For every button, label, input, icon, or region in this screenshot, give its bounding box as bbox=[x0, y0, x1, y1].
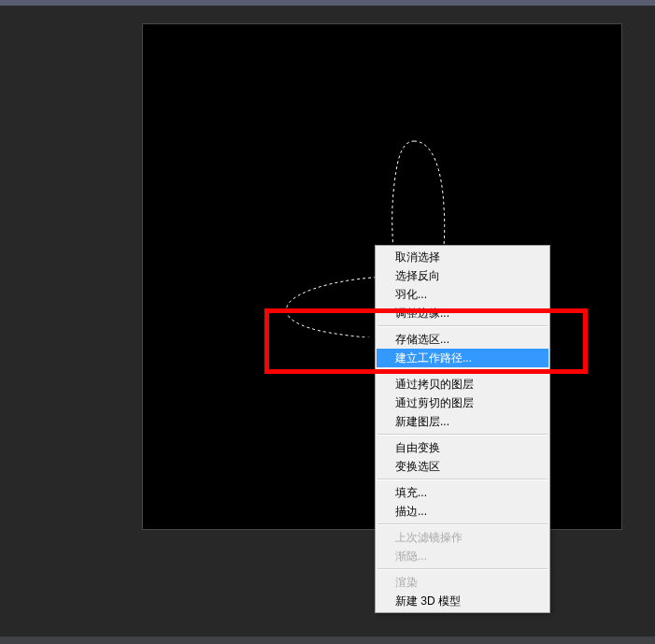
menu-item-layer-via-cut[interactable]: 通过剪切的图层 bbox=[377, 394, 548, 412]
window-bottom-strip bbox=[0, 637, 655, 644]
menu-item-new-3d-model[interactable]: 新建 3D 模型 bbox=[377, 592, 548, 610]
menu-item-transform-sel[interactable]: 变换选区 bbox=[377, 457, 548, 476]
menu-separator bbox=[377, 568, 548, 570]
menu-item-render: 渲染 bbox=[377, 573, 548, 592]
menu-item-layer-via-copy[interactable]: 通过拷贝的图层 bbox=[377, 375, 548, 394]
menu-separator bbox=[377, 325, 548, 327]
menu-separator bbox=[377, 523, 548, 525]
menu-item-new-layer[interactable]: 新建图层... bbox=[377, 412, 548, 431]
window-titlebar-strip bbox=[0, 0, 655, 6]
menu-item-select-inverse[interactable]: 选择反向 bbox=[377, 266, 548, 285]
menu-item-make-work-path[interactable]: 建立工作路径... bbox=[377, 349, 548, 367]
menu-separator bbox=[377, 479, 548, 480]
menu-item-fill[interactable]: 填充... bbox=[377, 483, 548, 502]
menu-item-save-selection[interactable]: 存储选区... bbox=[377, 330, 548, 349]
menu-item-deselect[interactable]: 取消选择 bbox=[377, 248, 548, 266]
menu-item-fade: 渐隐... bbox=[377, 547, 548, 565]
menu-item-stroke[interactable]: 描边... bbox=[377, 502, 548, 521]
app-stage: 取消选择选择反向羽化...调整边缘...存储选区...建立工作路径...通过拷贝… bbox=[0, 0, 655, 644]
menu-item-free-transform[interactable]: 自由变换 bbox=[377, 438, 548, 457]
selection-context-menu[interactable]: 取消选择选择反向羽化...调整边缘...存储选区...建立工作路径...通过拷贝… bbox=[375, 245, 550, 613]
menu-item-feather[interactable]: 羽化... bbox=[377, 285, 548, 304]
menu-item-last-filter: 上次滤镜操作 bbox=[377, 528, 548, 547]
menu-separator bbox=[377, 370, 548, 372]
menu-separator bbox=[377, 434, 548, 436]
menu-item-refine-edge[interactable]: 调整边缘... bbox=[377, 304, 548, 322]
